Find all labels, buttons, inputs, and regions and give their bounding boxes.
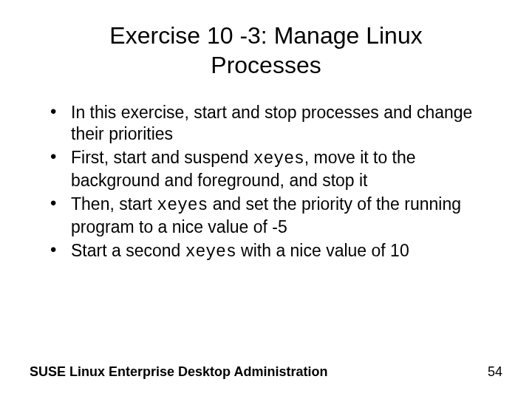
footer-text: SUSE Linux Enterprise Desktop Administra… xyxy=(30,364,327,380)
page-number: 54 xyxy=(488,364,502,380)
bullet-item: Then, start xeyes and set the priority o… xyxy=(50,194,502,239)
bullet-list: In this exercise, start and stop process… xyxy=(30,102,502,263)
body-text: Then, start xyxy=(71,194,157,214)
code-text: xeyes xyxy=(253,149,304,168)
slide-footer: SUSE Linux Enterprise Desktop Administra… xyxy=(30,364,502,380)
slide: Exercise 10 -3: Manage Linux Processes I… xyxy=(0,0,532,399)
code-text: xeyes xyxy=(157,196,208,215)
code-text: xeyes xyxy=(185,242,236,262)
body-text: with a nice value of 10 xyxy=(236,241,409,260)
body-text: First, start and suspend xyxy=(71,148,253,167)
body-text: Start a second xyxy=(71,241,185,260)
bullet-item: First, start and suspend xeyes, move it … xyxy=(50,147,502,192)
slide-title: Exercise 10 -3: Manage Linux Processes xyxy=(59,21,473,80)
body-text: In this exercise, start and stop process… xyxy=(71,103,472,143)
bullet-item: In this exercise, start and stop process… xyxy=(50,102,502,146)
bullet-item: Start a second xeyes with a nice value o… xyxy=(50,240,502,263)
